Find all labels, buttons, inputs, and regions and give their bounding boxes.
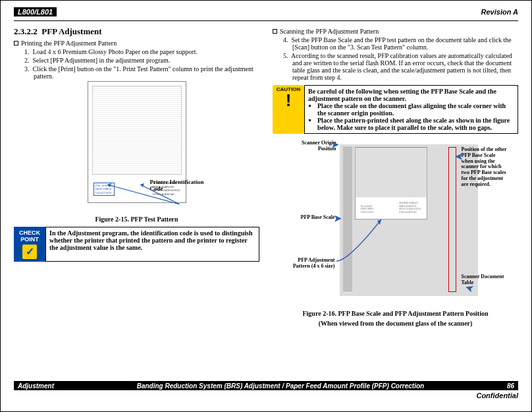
- step-5-text: According to the scanned result, PFP cal…: [291, 52, 512, 81]
- footer: Adjustment Banding Reduction System (BRS…: [14, 381, 518, 399]
- exclamation-icon: !: [274, 92, 303, 108]
- step-4: 4. Set the PFP Base Scale and the PFP te…: [283, 36, 518, 51]
- arrow-curve-icon: [335, 218, 388, 264]
- checkmark-icon: ✓: [22, 245, 37, 259]
- checkpoint-text: In the Adjustment program, the identific…: [45, 227, 259, 262]
- figure-2-caption-2: (When viewed from the document glass of …: [273, 320, 518, 327]
- left-steps: 1. Load 4 x 6 Premium Glossy Photo Paper…: [24, 48, 259, 80]
- checkpoint-badge: CHECK POINT ✓: [14, 227, 45, 262]
- section-name: PFP Adjustment: [41, 26, 101, 36]
- step-2-text: Select [PFP Adjustment] in the adjustmen…: [33, 57, 171, 64]
- sheet-pattern-area: [355, 148, 427, 197]
- header-bar: L800/L801 Revision A: [14, 7, 518, 16]
- step-1: 1. Load 4 x 6 Premium Glossy Photo Paper…: [24, 48, 259, 55]
- step-5: 5. According to the scanned result, PFP …: [283, 52, 518, 81]
- figure-1: (No. 000003) ORS518803 1914275650 065060…: [68, 81, 206, 213]
- page: L800/L801 Revision A 2.3.2.2 PFP Adjustm…: [1, 1, 531, 331]
- bullet-square-icon: [14, 41, 18, 45]
- figure-1-caption: Figure 2-15. PFP Test Pattern: [14, 216, 259, 223]
- pattern-area: [92, 86, 182, 175]
- left-column: 2.3.2.2 PFP Adjustment Printing the PFP …: [14, 26, 259, 331]
- step-1-text: Load 4 x 6 Premium Glossy Photo Paper on…: [33, 48, 198, 55]
- caution-b2: Place the pattern-printed sheet along th…: [317, 117, 514, 131]
- label-pattern: PFP Adjustment Pattern (4 x 6 size): [284, 258, 335, 270]
- other-base-scale: [448, 147, 456, 292]
- caution-box: CAUTION ! Be careful of the following wh…: [273, 85, 518, 134]
- label-other-scale: Position of the other PFP Base Scale whe…: [462, 147, 508, 188]
- callout-arrows-icon: [101, 181, 200, 208]
- caution-bullets: Place the scale on the document glass al…: [317, 102, 514, 131]
- right-steps: 4. Set the PFP Base Scale and the PFP te…: [283, 36, 518, 81]
- checkpoint-box: CHECK POINT ✓ In the Adjustment program,…: [14, 227, 259, 262]
- figure-2: No.000003ORS5188031914275650 0650606704B…: [284, 139, 508, 307]
- section-heading: 2.3.2.2 PFP Adjustment: [14, 26, 259, 37]
- caution-lead: Be careful of the following when setting…: [308, 88, 514, 102]
- check-word: CHECK: [16, 229, 43, 236]
- caution-text: Be careful of the following when setting…: [304, 85, 518, 134]
- revision-label: Revision A: [481, 8, 518, 16]
- bullet-square-icon: [273, 29, 277, 34]
- step-4-text: Set the PFP Base Scale and the PFP test …: [292, 36, 512, 51]
- print-subhead: Printing the PFP Adjustment Pattern: [14, 40, 259, 47]
- step-3: 3. Click the [Print] button on the "1. P…: [24, 65, 259, 80]
- arrow-icon: ➤: [455, 151, 463, 162]
- columns: 2.3.2.2 PFP Adjustment Printing the PFP …: [14, 26, 518, 331]
- caution-b1: Place the scale on the document glass al…: [317, 102, 514, 117]
- label-base-scale: PFP Base Scale: [284, 215, 335, 221]
- point-word: POINT: [16, 236, 43, 243]
- label-origin: Scanner Origin Position: [284, 140, 336, 152]
- footer-page: 86: [507, 382, 514, 390]
- figure-2-caption-1: Figure 2-16. PFP Base Scale and PFP Adju…: [273, 310, 518, 317]
- scan-subhead: Scanning the PFP Adjustment Pattern: [273, 28, 518, 35]
- caution-badge: CAUTION !: [273, 85, 304, 134]
- model-badge: L800/L801: [14, 7, 57, 16]
- section-number: 2.3.2.2: [14, 26, 38, 36]
- confidential-label: Confidential: [14, 392, 518, 399]
- rule: [14, 20, 518, 21]
- footer-left: Adjustment: [18, 382, 54, 390]
- step-3-text: Click the [Print] button on the "1. Prin…: [33, 65, 253, 80]
- right-column: Scanning the PFP Adjustment Pattern 4. S…: [273, 26, 518, 331]
- arrow-icon: ➤: [331, 139, 339, 150]
- sheet-codes-a: No.000003ORS5188031914275650: [361, 205, 374, 214]
- step-2: 2. Select [PFP Adjustment] in the adjust…: [24, 57, 259, 64]
- scan-subhead-text: Scanning the PFP Adjustment Pattern: [280, 28, 379, 35]
- footer-bar: Adjustment Banding Reduction System (BRS…: [14, 382, 518, 390]
- footer-mid: Banding Reduction System (BRS) Adjustmen…: [54, 382, 507, 390]
- print-subhead-text: Printing the PFP Adjustment Pattern: [21, 40, 117, 47]
- sheet-codes-b: 0650606704B04906B054048059306A05A0490502…: [399, 202, 421, 214]
